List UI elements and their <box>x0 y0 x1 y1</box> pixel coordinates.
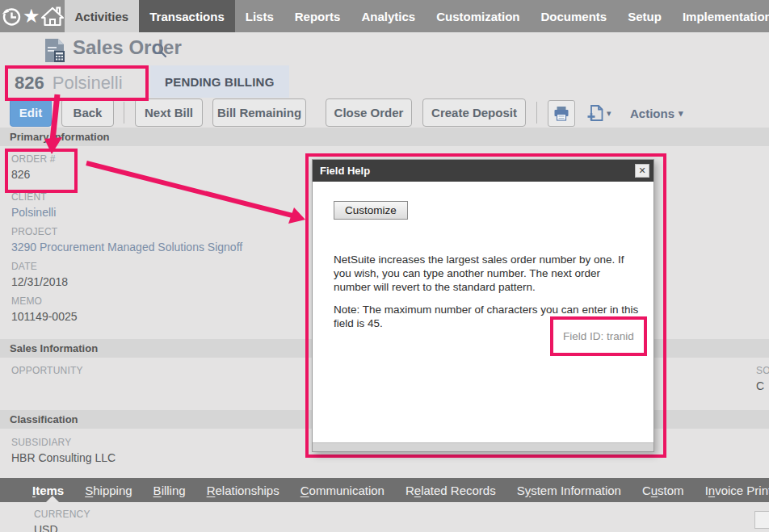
tab-shipping[interactable]: Shipping <box>85 484 132 497</box>
tab-system-information[interactable]: System Information <box>517 484 621 497</box>
tab-related-records[interactable]: Related Records <box>406 484 496 497</box>
dialog-titlebar[interactable]: Field Help ✕ <box>313 160 653 182</box>
dialog-footer-strip <box>313 442 653 451</box>
next-bill-button[interactable]: Next Bill <box>135 98 203 127</box>
home-icon[interactable] <box>40 0 65 32</box>
tab-communication[interactable]: Communication <box>300 484 384 497</box>
nav-item-customization[interactable]: Customization <box>426 0 530 32</box>
search-icon[interactable] <box>152 43 167 61</box>
field-value: 12/31/2018 <box>11 275 68 288</box>
field-label: DATE <box>11 261 68 272</box>
field-memo: MEMO 101149-0025 <box>11 295 77 323</box>
dialog-title: Field Help <box>320 165 635 177</box>
status-badge: PENDING BILLING <box>150 65 289 98</box>
field-label: PROJECT <box>11 226 242 237</box>
nav-item-setup[interactable]: Setup <box>617 0 672 32</box>
field-label: OPPORTUNITY <box>11 365 83 376</box>
field-id-label: Field ID: tranid <box>563 330 634 342</box>
printer-icon <box>553 106 569 121</box>
field-label: SUBSIDIARY <box>11 437 116 448</box>
field-help-dialog: Field Help ✕ Customize NetSuite increase… <box>312 159 654 452</box>
close-order-button[interactable]: Close Order <box>326 98 412 127</box>
nav-item-analytics[interactable]: Analytics <box>351 0 426 32</box>
nav-item-transactions[interactable]: Transactions <box>139 0 235 32</box>
field-label: CLIENT <box>11 191 56 203</box>
field-value: C <box>756 379 769 392</box>
actions-label: Actions <box>630 107 674 120</box>
print-button[interactable] <box>548 100 575 127</box>
field-right-clipped: SO C <box>756 365 769 392</box>
top-nav: ★ Activities Transactions Lists Reports … <box>0 0 769 32</box>
actions-dropdown[interactable]: Actions ▾ <box>630 103 683 124</box>
field-value: 826 <box>11 168 56 181</box>
field-label: MEMO <box>11 295 77 307</box>
field-date: DATE 12/31/2018 <box>11 261 68 288</box>
field-subsidiary: SUBSIDIARY HBR Consulting LLC <box>11 437 116 464</box>
tab-custom[interactable]: Custom <box>642 484 684 497</box>
back-button[interactable]: Back <box>61 98 114 127</box>
client-link[interactable]: Polsinelli <box>11 206 56 219</box>
chevron-down-icon: ▾ <box>607 108 611 119</box>
section-primary-information[interactable]: Primary Information <box>0 128 769 146</box>
record-number: 826 <box>15 73 44 94</box>
netsuite-sales-order-page: ★ Activities Transactions Lists Reports … <box>0 0 769 532</box>
bill-remaining-button[interactable]: Bill Remaining <box>212 98 306 127</box>
toolbar-separator <box>124 102 124 124</box>
record-id-annotation-box: 826 Polsinelli <box>5 65 149 101</box>
tab-relationships[interactable]: Relationships <box>207 484 279 497</box>
subtab-bar: Items Shipping Billing Relationships Com… <box>0 478 769 502</box>
field-label: SO <box>756 365 769 376</box>
field-opportunity: OPPORTUNITY <box>11 365 83 376</box>
close-icon[interactable]: ✕ <box>635 164 649 178</box>
project-link[interactable]: 3290 Procurement Managed Solutions Signo… <box>11 241 242 253</box>
tab-invoice-print-settings[interactable]: Invoice Print Sett <box>705 484 769 497</box>
field-order-number: ORDER # 826 <box>11 153 56 181</box>
nav-item-reports[interactable]: Reports <box>284 0 351 32</box>
field-value: USD <box>34 523 90 532</box>
add-record-icon <box>586 104 604 123</box>
nav-item-documents[interactable]: Documents <box>531 0 618 32</box>
add-record-dropdown[interactable]: ▾ <box>586 103 611 124</box>
customize-button[interactable]: Customize <box>334 201 408 220</box>
tab-billing[interactable]: Billing <box>153 484 186 497</box>
arrow-right-icon <box>288 207 305 224</box>
shortcuts-star-icon[interactable]: ★ <box>23 0 40 32</box>
nav-item-lists[interactable]: Lists <box>235 0 284 32</box>
tab-items[interactable]: Items <box>32 484 64 497</box>
chevron-down-icon: ▾ <box>679 108 683 119</box>
field-project: PROJECT 3290 Procurement Managed Solutio… <box>11 226 242 253</box>
nav-item-implementation[interactable]: Implementation <box>672 0 769 32</box>
record-name: Polsinelli <box>53 73 123 94</box>
field-value: 101149-0025 <box>11 310 77 323</box>
clipped-edge-control[interactable] <box>754 511 769 529</box>
nav-item-activities[interactable]: Activities <box>65 0 140 32</box>
dialog-body: Customize NetSuite increases the largest… <box>313 182 653 443</box>
field-client: CLIENT Polsinelli <box>11 191 56 219</box>
sales-order-record-icon <box>44 38 66 66</box>
create-deposit-button[interactable]: Create Deposit <box>422 98 526 127</box>
field-currency: CURRENCY USD <box>34 509 90 532</box>
toolbar-separator <box>536 102 537 124</box>
help-text: NetSuite increases the largest sales ord… <box>334 253 639 294</box>
field-value: HBR Consulting LLC <box>11 451 116 464</box>
edit-button[interactable]: Edit <box>10 98 52 127</box>
field-id-annotation-box: Field ID: tranid <box>550 316 647 356</box>
field-label: ORDER # <box>11 153 56 165</box>
recent-records-icon[interactable] <box>0 0 23 32</box>
active-tab-notch <box>46 496 59 502</box>
field-label: CURRENCY <box>34 509 90 520</box>
